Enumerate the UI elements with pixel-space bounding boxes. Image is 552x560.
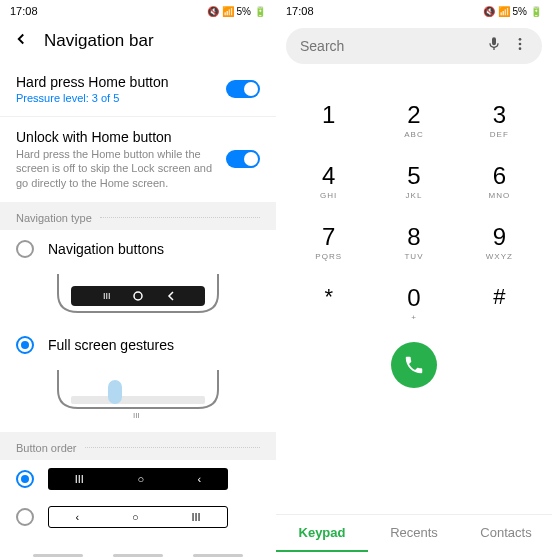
radio-icon: [16, 470, 34, 488]
order-option-2[interactable]: ‹○III: [0, 498, 276, 536]
clock: 17:08: [286, 5, 314, 17]
settings-screen: 17:08 🔇 📶 5% 🔋 Navigation bar Hard press…: [0, 0, 276, 560]
status-icons: 🔇 📶 5% 🔋: [207, 6, 266, 17]
status-bar: 17:08 🔇 📶 5% 🔋: [276, 0, 552, 22]
key-2[interactable]: 2ABC: [371, 90, 456, 151]
setting-description: Hard press the Home button while the scr…: [16, 147, 226, 190]
setting-title: Hard press Home button: [16, 74, 226, 90]
key-*[interactable]: *: [286, 273, 371, 334]
search-input[interactable]: [300, 38, 476, 54]
mute-icon: 🔇: [483, 6, 495, 17]
clock: 17:08: [10, 5, 38, 17]
battery-text: 5%: [237, 6, 251, 17]
key-1[interactable]: 1: [286, 90, 371, 151]
back-icon[interactable]: [12, 30, 30, 52]
setting-title: Unlock with Home button: [16, 129, 226, 145]
key-#[interactable]: #: [457, 273, 542, 334]
svg-point-8: [519, 47, 522, 50]
status-bar: 17:08 🔇 📶 5% 🔋: [0, 0, 276, 22]
svg-rect-4: [108, 380, 122, 404]
radio-label: Navigation buttons: [48, 241, 164, 257]
key-0[interactable]: 0+: [371, 273, 456, 334]
settings-body: Hard press Home button Pressure level: 3…: [0, 62, 276, 536]
key-6[interactable]: 6MNO: [457, 151, 542, 212]
battery-text: 5%: [513, 6, 527, 17]
key-3[interactable]: 3DEF: [457, 90, 542, 151]
page-title: Navigation bar: [44, 31, 154, 51]
radio-nav-buttons[interactable]: Navigation buttons: [0, 230, 276, 268]
radio-icon: [16, 336, 34, 354]
setting-unlock-home[interactable]: Unlock with Home button Hard press the H…: [0, 116, 276, 202]
key-5[interactable]: 5JKL: [371, 151, 456, 212]
svg-text:III: III: [133, 411, 140, 420]
key-4[interactable]: 4GHI: [286, 151, 371, 212]
more-icon[interactable]: [512, 36, 528, 56]
radio-icon: [16, 240, 34, 258]
key-8[interactable]: 8TUV: [371, 212, 456, 273]
radio-icon: [16, 508, 34, 526]
key-7[interactable]: 7PQRS: [286, 212, 371, 273]
status-icons: 🔇 📶 5% 🔋: [483, 6, 542, 17]
keypad: 12ABC3DEF4GHI5JKL6MNO7PQRS8TUV9WXYZ*0+#: [276, 70, 552, 334]
tab-keypad[interactable]: Keypad: [276, 515, 368, 552]
tab-recents[interactable]: Recents: [368, 515, 460, 552]
radio-label: Full screen gestures: [48, 337, 174, 353]
search-bar[interactable]: [286, 28, 542, 64]
preview-nav-buttons: III: [0, 268, 276, 326]
svg-point-7: [519, 43, 522, 46]
svg-point-6: [519, 38, 522, 41]
setting-subtitle: Pressure level: 3 of 5: [16, 92, 226, 104]
preview-gestures: III: [0, 364, 276, 432]
radio-gestures[interactable]: Full screen gestures: [0, 326, 276, 364]
toggle-unlock-home[interactable]: [226, 150, 260, 168]
battery-icon: 🔋: [254, 6, 266, 17]
mic-icon[interactable]: [486, 36, 502, 56]
order-bar: ‹○III: [48, 506, 228, 528]
tab-contacts[interactable]: Contacts: [460, 515, 552, 552]
signal-icon: 📶: [222, 6, 234, 17]
svg-text:III: III: [103, 291, 111, 301]
mute-icon: 🔇: [207, 6, 219, 17]
gesture-hints: [0, 554, 276, 557]
svg-rect-3: [71, 396, 205, 404]
section-button-order: Button order: [0, 432, 276, 460]
toggle-hard-press[interactable]: [226, 80, 260, 98]
order-option-1[interactable]: III○‹: [0, 460, 276, 498]
signal-icon: 📶: [498, 6, 510, 17]
tabs: Keypad Recents Contacts: [276, 514, 552, 552]
battery-icon: 🔋: [530, 6, 542, 17]
order-bar: III○‹: [48, 468, 228, 490]
svg-rect-0: [71, 286, 205, 306]
key-9[interactable]: 9WXYZ: [457, 212, 542, 273]
section-nav-type: Navigation type: [0, 202, 276, 230]
dialer-screen: 17:08 🔇 📶 5% 🔋 12ABC3DEF4GHI5JKL6MNO7PQR…: [276, 0, 552, 560]
setting-hard-press[interactable]: Hard press Home button Pressure level: 3…: [0, 62, 276, 116]
header: Navigation bar: [0, 22, 276, 62]
call-button[interactable]: [391, 342, 437, 388]
